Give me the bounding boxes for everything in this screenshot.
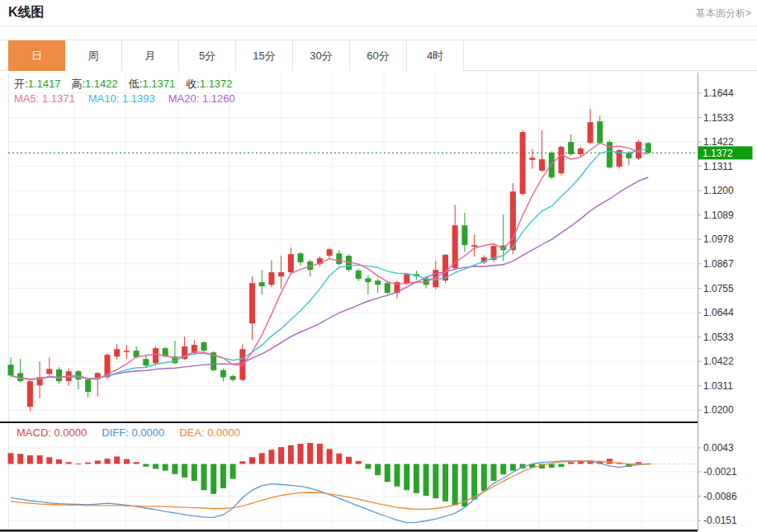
candle-body[interactable] [114,349,120,356]
macd-bar [423,464,429,497]
axis-tick-label: 1.1200 [703,185,734,196]
tab-30分[interactable]: 30分 [293,40,350,71]
macd-bar [134,462,140,464]
candle-body[interactable] [461,225,467,245]
candle-body[interactable] [56,370,62,381]
macd-bar [66,462,72,464]
candle-body[interactable] [597,121,603,143]
candle-body[interactable] [278,272,284,276]
candle-body[interactable] [153,348,158,363]
tab-日[interactable]: 日 [8,40,65,71]
axis-tick-label: 1.0644 [703,307,734,318]
candle-body[interactable] [588,122,594,143]
dea-value: DEA: 0.0000 [179,426,240,439]
macd-bar [46,457,52,464]
macd-bar [395,464,400,487]
candle-body[interactable] [220,370,226,378]
ma10-value: MA10: 1.1393 [88,92,155,105]
candle-body[interactable] [288,254,294,272]
candle-body[interactable] [471,245,477,247]
candle-body[interactable] [646,143,651,153]
candle-body[interactable] [510,191,516,250]
macd-bar [471,464,477,500]
axis-tick-label: 1.0422 [703,355,734,367]
candle-body[interactable] [375,280,381,285]
candle-body[interactable] [626,153,632,158]
macd-value: MACD: 0.0000 [17,426,87,439]
candle-body[interactable] [143,359,149,365]
candle-body[interactable] [356,271,362,279]
ma20-line [11,177,648,379]
macd-bar [124,459,130,464]
candle-body[interactable] [327,249,333,256]
macd-bar [307,443,313,464]
candle-body[interactable] [27,381,33,407]
axis-tick-label: 1.1311 [703,161,733,172]
open-label: 开: [14,78,28,90]
header-divider [0,26,757,26]
candle-body[interactable] [17,373,23,381]
dea-line [11,461,648,510]
candle-body[interactable] [336,253,342,264]
candle-body[interactable] [298,253,304,262]
macd-bar [336,454,342,464]
candle-body[interactable] [558,147,564,173]
tab-15分[interactable]: 15分 [236,40,293,71]
fundamental-analysis-link[interactable]: 基本面分析> [696,7,751,21]
macd-bar [375,464,381,476]
candle-body[interactable] [578,148,584,154]
tab-周[interactable]: 周 [65,40,122,71]
candle-body[interactable] [568,142,574,154]
bottom-border [0,530,698,532]
candle-body[interactable] [520,132,526,194]
ma-readout: MA5: 1.1371MA10: 1.1393MA20: 1.1260 [14,92,235,105]
axis-tick-label: -0.0021 [703,466,737,478]
candle-body[interactable] [268,272,274,285]
macd-bar [365,464,371,469]
candle-body[interactable] [249,283,255,323]
macd-bar [317,444,323,464]
grid [8,73,698,529]
axis-tick-label: 0.0043 [703,442,734,454]
tab-月[interactable]: 月 [122,40,179,71]
diff-line [11,461,648,523]
axis-tick-label: 1.0867 [703,258,734,270]
macd-bar [491,464,497,481]
candle-body[interactable] [201,342,207,351]
candle-body[interactable] [365,278,371,282]
candle-body[interactable] [46,369,52,374]
macd-bar [239,461,245,464]
candle-body[interactable] [539,159,545,171]
price-axis: 1.16441.15331.14221.13111.12001.10891.09… [698,73,753,530]
candle-body[interactable] [124,351,130,352]
macd-bar [27,455,33,464]
candle-body[interactable] [8,365,14,375]
candle-body[interactable] [259,282,265,286]
tab-60分[interactable]: 60分 [350,40,407,71]
macd-bar [442,464,448,501]
macd-bar [17,454,23,464]
macd-bar [163,464,168,471]
kline-app: 1.16441.15331.14221.13111.12001.10891.09… [0,0,757,532]
macd-bar [143,464,149,467]
axis-tick-label: 1.1089 [703,210,734,221]
macd-bar [414,464,419,493]
macd-bar [85,463,91,464]
macd-bar [75,464,81,464]
tab-5分[interactable]: 5分 [179,40,236,71]
candle-body[interactable] [529,158,535,160]
candle-body[interactable] [85,379,91,392]
macd-readout: MACD: 0.0000DIFF: 0.0000DEA: 0.0000 [17,426,240,439]
candle-body[interactable] [549,153,555,177]
candle-body[interactable] [230,376,236,380]
macd-bar [56,459,62,464]
macd-bar [249,457,255,464]
macd-bar [481,464,487,492]
candle-body[interactable] [404,274,409,283]
macd-bar [114,456,120,464]
tab-4时[interactable]: 4时 [407,40,464,71]
macd-bar [268,450,274,464]
macd-bar [259,453,265,464]
candle-body[interactable] [385,283,390,293]
macd-bar [230,464,236,479]
